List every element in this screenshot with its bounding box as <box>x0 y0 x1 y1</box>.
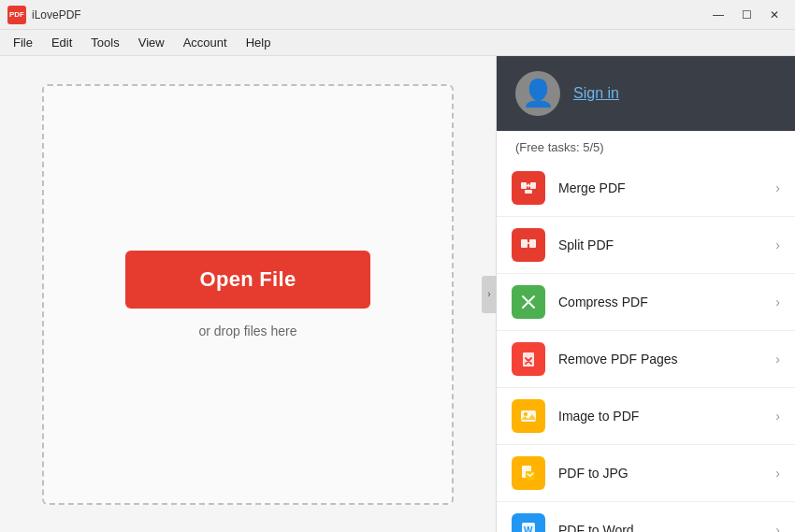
tool-label-split: Split PDF <box>558 237 762 252</box>
app-title: iLovePDF <box>32 8 81 22</box>
svg-rect-0 <box>521 182 527 189</box>
title-bar-left: PDF iLovePDF <box>7 6 81 24</box>
tool-icon-remove <box>512 342 545 376</box>
drop-text: or drop files here <box>198 324 296 338</box>
sign-in-link[interactable]: Sign in <box>573 85 619 102</box>
free-tasks-label: (Free tasks: 5/5) <box>497 131 795 160</box>
menu-bar: File Edit Tools View Account Help <box>0 30 795 56</box>
menu-tools[interactable]: Tools <box>81 32 128 53</box>
tool-icon-split <box>512 228 545 262</box>
svg-point-7 <box>524 412 528 416</box>
tool-item-remove[interactable]: Remove PDF Pages› <box>497 331 795 388</box>
svg-rect-6 <box>521 410 536 422</box>
tool-label-image: Image to PDF <box>558 409 762 424</box>
tool-icon-image <box>512 399 545 433</box>
tool-item-image[interactable]: Image to PDF› <box>497 388 795 445</box>
menu-view[interactable]: View <box>129 32 174 53</box>
tools-list: Merge PDF› Split PDF› Compress PDF› Remo… <box>497 160 795 532</box>
tool-chevron-pdftoword: › <box>775 523 780 532</box>
tool-item-pdftoword[interactable]: W PDF to Word› <box>497 502 795 532</box>
tool-item-pdftojpg[interactable]: PDF to JPG› <box>497 445 795 502</box>
tool-icon-pdftoword: W <box>512 513 545 532</box>
tool-chevron-merge: › <box>775 180 780 195</box>
maximize-button[interactable]: ☐ <box>733 6 759 24</box>
avatar: 👤 <box>515 71 560 116</box>
open-file-button[interactable]: Open File <box>125 251 371 309</box>
close-button[interactable]: ✕ <box>761 6 788 24</box>
tool-chevron-remove: › <box>775 352 780 367</box>
tool-item-compress[interactable]: Compress PDF› <box>497 274 795 331</box>
tool-chevron-split: › <box>775 237 780 252</box>
tool-icon-pdftojpg <box>512 456 545 490</box>
drop-zone[interactable]: Open File or drop files here <box>42 84 454 505</box>
svg-rect-4 <box>529 239 536 248</box>
tool-label-pdftoword: PDF to Word <box>558 523 762 532</box>
svg-rect-2 <box>525 190 532 194</box>
tool-label-remove: Remove PDF Pages <box>558 352 762 367</box>
tool-icon-compress <box>512 285 545 319</box>
svg-rect-3 <box>521 239 528 248</box>
tool-item-split[interactable]: Split PDF› <box>497 217 795 274</box>
user-icon: 👤 <box>522 80 555 107</box>
tool-item-merge[interactable]: Merge PDF› <box>497 160 795 217</box>
app-logo: PDF <box>7 6 26 24</box>
menu-edit[interactable]: Edit <box>42 32 81 53</box>
tool-label-compress: Compress PDF <box>558 295 762 309</box>
svg-rect-5 <box>523 352 534 367</box>
window-controls: — ☐ ✕ <box>705 6 788 24</box>
tool-chevron-compress: › <box>775 295 780 309</box>
svg-rect-1 <box>530 182 536 189</box>
menu-help[interactable]: Help <box>237 32 281 53</box>
svg-text:W: W <box>524 525 533 532</box>
left-panel: Open File or drop files here › <box>0 56 496 532</box>
menu-account[interactable]: Account <box>174 32 237 53</box>
menu-file[interactable]: File <box>4 32 42 53</box>
tool-chevron-image: › <box>775 409 780 424</box>
title-bar: PDF iLovePDF — ☐ ✕ <box>0 0 795 30</box>
main-content: Open File or drop files here › 👤 Sign in… <box>0 56 795 532</box>
right-panel: 👤 Sign in (Free tasks: 5/5) Merge PDF› S… <box>496 56 795 532</box>
minimize-button[interactable]: — <box>705 6 731 24</box>
tool-icon-merge <box>512 171 545 205</box>
collapse-panel-arrow[interactable]: › <box>482 276 497 313</box>
account-header: 👤 Sign in <box>497 56 795 131</box>
tool-label-pdftojpg: PDF to JPG <box>558 466 762 481</box>
tool-label-merge: Merge PDF <box>558 180 762 195</box>
tool-chevron-pdftojpg: › <box>775 466 780 481</box>
